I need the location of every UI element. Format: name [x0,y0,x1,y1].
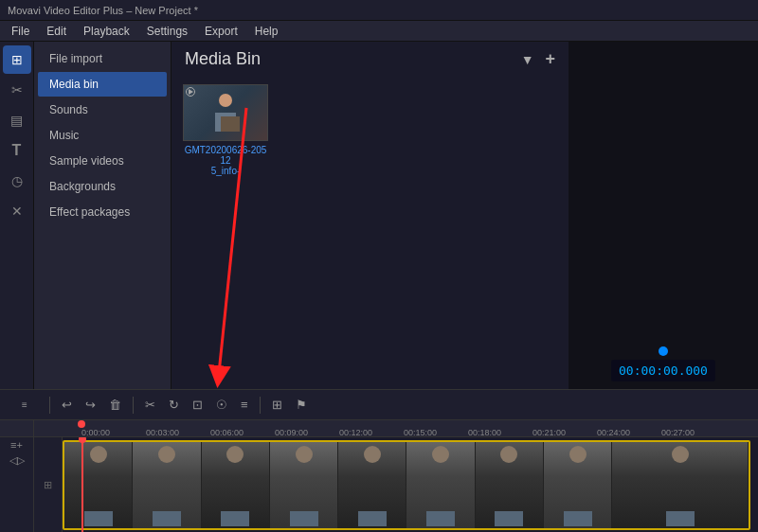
media-item[interactable]: GMT20200626-205125_info- [183,84,268,176]
content-area: Media Bin ▼ + [171,42,568,389]
icon-sidebar: ⊞ ✂ ▤ T ◷ ✕ [0,42,34,389]
menu-file[interactable]: File [4,23,37,40]
timeline-ruler: 0:00:00 00:03:00 00:06:00 00:09:00 00:12… [34,420,758,437]
menu-export[interactable]: Export [197,23,245,40]
video-clip[interactable] [63,440,750,530]
video-track: ⊞ [34,437,758,532]
menu-edit[interactable]: Edit [39,23,74,40]
video-frame [406,442,475,528]
media-button[interactable]: ⊞ [268,396,286,414]
menu-playback[interactable]: Playback [76,23,137,40]
header-icons: ▼ + [521,49,555,69]
media-bin-header: Media Bin ▼ + [171,42,568,77]
menu-help[interactable]: Help [247,23,286,40]
restore-button[interactable]: ↻ [165,396,183,414]
text-icon-btn[interactable]: T [3,136,31,165]
levels-button[interactable]: ≡ [237,396,252,414]
scissors-icon-btn[interactable]: ✂ [3,76,31,104]
preview-panel: 00:00:00.000 [568,42,758,389]
tools-icon-btn[interactable]: ✕ [3,197,31,225]
title-bar: Movavi Video Editor Plus – New Project * [0,0,758,21]
filter-icon[interactable]: ▼ [521,52,534,67]
nav-music[interactable]: Music [38,123,167,148]
media-bin-title: Media Bin [185,49,261,69]
undo-button[interactable]: ↩ [58,396,76,414]
menu-settings[interactable]: Settings [139,23,195,40]
redo-button[interactable]: ↪ [81,396,99,414]
crop-button[interactable]: ⊡ [189,396,207,414]
nav-sample-videos[interactable]: Sample videos [38,149,167,173]
add-media-icon[interactable]: + [545,49,555,69]
delete-button[interactable]: 🗑 [105,396,125,414]
nav-media-bin[interactable]: Media bin [38,72,167,97]
play-indicator [186,87,195,97]
timeline-area: ≡ ↩ ↪ 🗑 ✂ ↻ ⊡ ☉ ≡ ⊞ ⚑ ≡+ ◁▷ [0,389,758,532]
nav-sounds[interactable]: Sounds [38,98,167,122]
video-frame [338,442,406,528]
properties-button[interactable]: ☉ [212,396,231,414]
cut-button[interactable]: ✂ [141,396,159,414]
video-frame [612,442,749,528]
video-frame [64,442,133,528]
video-track-icon[interactable]: ⊞ [44,479,52,491]
nav-backgrounds[interactable]: Backgrounds [38,174,167,199]
media-label: GMT20200626-205125_info- [183,145,268,176]
video-frame [544,442,612,528]
nav-effect-packages[interactable]: Effect packages [38,200,167,224]
track-nav-icon[interactable]: ◁▷ [9,454,25,467]
menu-bar: File Edit Playback Settings Export Help [0,21,758,42]
tracks-content: ⊞ [34,437,758,532]
track-zoom-icon[interactable]: ≡+ [10,439,23,451]
flag-button[interactable]: ⚑ [292,396,311,414]
title-text: Movavi Video Editor Plus – New Project * [8,5,198,16]
video-frame [476,442,544,528]
timeline-settings-icon[interactable]: ≡ [18,398,31,412]
video-frame [133,442,201,528]
playhead-dot [659,346,668,356]
filter-icon-btn[interactable]: ▤ [3,106,31,134]
video-frame [202,442,270,528]
timecode: 00:00:00.000 [611,360,715,381]
main-area: ⊞ ✂ ▤ T ◷ ✕ File import Media bin Sounds… [0,42,758,389]
nav-file-import[interactable]: File import [38,46,167,71]
timeline-toolbar: ≡ ↩ ↪ 🗑 ✂ ↻ ⊡ ☉ ≡ ⊞ ⚑ [0,390,758,420]
clock-icon-btn[interactable]: ◷ [3,167,31,195]
nav-sidebar: File import Media bin Sounds Music Sampl… [34,42,171,389]
media-thumbnail [183,84,268,141]
import-icon-btn[interactable]: ⊞ [3,45,31,74]
media-grid: GMT20200626-205125_info- [171,77,568,389]
video-frame [270,442,338,528]
